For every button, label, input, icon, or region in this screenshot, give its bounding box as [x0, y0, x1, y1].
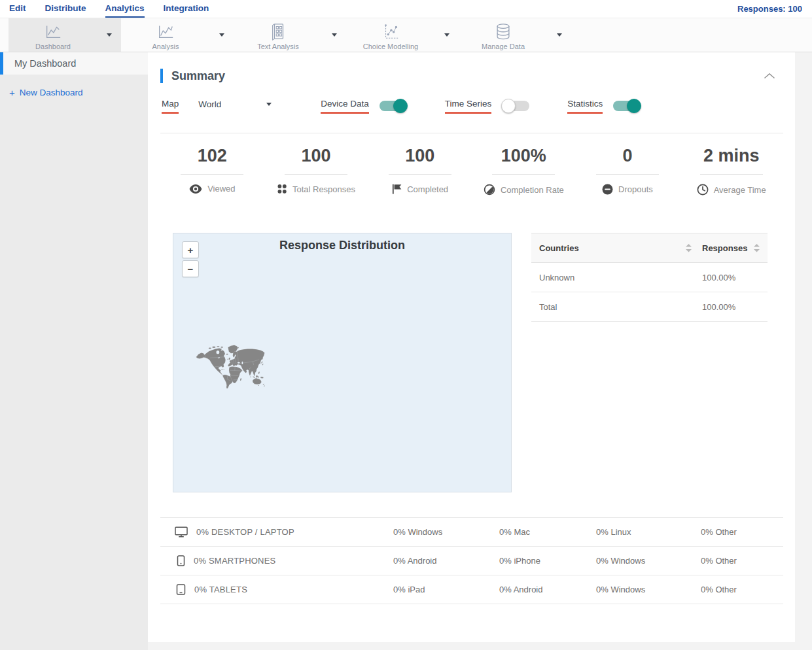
- sort-icon[interactable]: [754, 244, 760, 252]
- device-category-label: 0% DESKTOP / LAPTOP: [196, 527, 294, 537]
- country-name: Total: [539, 302, 702, 312]
- device-data-control: Device Data: [321, 99, 407, 114]
- document-grid-icon: [268, 22, 288, 41]
- stat-value: 100%: [472, 146, 576, 166]
- toolbar-label: Dashboard: [35, 43, 71, 50]
- nav-item-analytics[interactable]: Analytics: [105, 0, 145, 18]
- map-region-select[interactable]: World: [198, 99, 272, 109]
- stat-completed: 100 Completed: [368, 146, 472, 196]
- response-distribution-map[interactable]: Response Distribution + −: [173, 233, 512, 492]
- smartphone-icon: [175, 555, 185, 566]
- countries-table: Countries Responses: [531, 233, 768, 322]
- nav-item-integration[interactable]: Integration: [164, 0, 209, 18]
- manage-data-dropdown-button[interactable]: [548, 18, 571, 52]
- country-responses: 100.00%: [702, 302, 760, 312]
- statistics-control: Statistics: [567, 99, 641, 114]
- responses-count[interactable]: Responses: 100: [737, 4, 802, 14]
- new-dashboard-button[interactable]: + New Dashboard: [9, 88, 148, 97]
- time-series-label: Time Series: [445, 99, 492, 114]
- flag-icon: [391, 184, 402, 194]
- toolbar-item-text-analysis[interactable]: Text Analysis: [234, 18, 346, 52]
- dashboard-dropdown-button[interactable]: [97, 18, 121, 52]
- device-data-toggle[interactable]: [380, 101, 407, 111]
- section-accent-bar: [160, 69, 163, 83]
- device-data-label: Device Data: [321, 99, 369, 114]
- toolbar-label: Manage Data: [482, 43, 525, 50]
- stat-label: Completed: [407, 184, 448, 194]
- plus-icon: +: [9, 88, 15, 97]
- line-chart-icon: [156, 22, 175, 41]
- map-zoom-out-button[interactable]: −: [182, 260, 199, 277]
- table-row: Total 100.00%: [531, 292, 768, 322]
- device-stat: 0% Other: [701, 585, 783, 594]
- sort-icon[interactable]: [686, 244, 692, 252]
- caret-down-icon: [219, 33, 224, 37]
- nav-item-distribute[interactable]: Distribute: [45, 0, 86, 18]
- summary-controls: Map World Device Data Time Series Statis…: [160, 99, 783, 118]
- tablet-icon: [175, 584, 186, 595]
- choice-modelling-button[interactable]: Choice Modelling: [346, 18, 435, 52]
- device-category-label: 0% SMARTPHONES: [194, 556, 275, 566]
- eye-icon: [189, 184, 202, 194]
- divider: [492, 174, 555, 175]
- table-row-smartphones: 0% SMARTPHONES 0% Android 0% iPhone 0% W…: [160, 547, 783, 575]
- toolbar-item-dashboard[interactable]: Dashboard: [9, 18, 121, 52]
- map-zoom-in-button[interactable]: +: [182, 241, 199, 258]
- choice-modelling-dropdown-button[interactable]: [435, 18, 459, 52]
- stat-total-responses: 100 Total Responses: [264, 146, 368, 196]
- statistics-toggle[interactable]: [613, 101, 641, 111]
- chevron-up-icon: [764, 73, 775, 79]
- responses-column-header[interactable]: Responses: [702, 243, 760, 253]
- device-stat: 0% Mac: [499, 527, 596, 537]
- toolbar-label: Analysis: [152, 43, 179, 50]
- dashboard-button[interactable]: Dashboard: [9, 18, 97, 52]
- device-stat: 0% Linux: [596, 527, 701, 537]
- toolbar-item-manage-data[interactable]: Manage Data: [459, 18, 571, 52]
- stat-label: Total Responses: [292, 184, 355, 194]
- table-row: Unknown 100.00%: [531, 263, 768, 292]
- device-stat: 0% Other: [701, 556, 783, 566]
- analytics-toolbar: Dashboard Analysis Text Analysis Choice …: [0, 18, 812, 52]
- text-analysis-dropdown-button[interactable]: [323, 18, 346, 52]
- minus-circle-icon: [602, 184, 613, 195]
- new-dashboard-label: New Dashboard: [20, 88, 83, 97]
- world-map-image: [193, 233, 266, 492]
- countries-table-header: Countries Responses: [531, 233, 768, 263]
- divider: [389, 174, 451, 175]
- sidebar-item-label: My Dashboard: [14, 58, 76, 69]
- summary-header: Summary: [160, 52, 783, 83]
- time-series-control: Time Series: [445, 99, 530, 114]
- toggle-knob: [393, 99, 408, 113]
- map-label: Map: [162, 99, 179, 114]
- map-section: Response Distribution + −: [160, 233, 783, 492]
- analysis-button[interactable]: Analysis: [121, 18, 210, 52]
- stat-label: Viewed: [207, 184, 235, 194]
- device-stat: 0% Windows: [596, 585, 701, 594]
- device-stat: 0% Android: [393, 556, 499, 566]
- stat-value: 2 mins: [679, 146, 783, 166]
- line-chart-icon: [43, 22, 63, 41]
- device-stat: 0% Android: [499, 585, 596, 594]
- toggle-knob: [627, 99, 641, 113]
- collapse-section-button[interactable]: [764, 73, 775, 79]
- countries-column-header[interactable]: Countries: [539, 243, 702, 253]
- toolbar-label: Choice Modelling: [363, 43, 418, 50]
- country-name: Unknown: [539, 273, 702, 282]
- text-analysis-button[interactable]: Text Analysis: [234, 18, 323, 52]
- stat-value: 100: [264, 146, 368, 166]
- toolbar-item-analysis[interactable]: Analysis: [121, 18, 234, 52]
- manage-data-button[interactable]: Manage Data: [459, 18, 548, 52]
- caret-down-icon: [107, 33, 112, 37]
- toolbar-item-choice-modelling[interactable]: Choice Modelling: [346, 18, 459, 52]
- sidebar-item-my-dashboard[interactable]: My Dashboard: [0, 52, 148, 75]
- divider: [181, 174, 243, 175]
- time-series-toggle[interactable]: [502, 101, 529, 111]
- nav-item-edit[interactable]: Edit: [9, 0, 26, 18]
- stat-value: 0: [576, 146, 680, 166]
- device-stat: 0% Windows: [393, 527, 499, 537]
- toggle-knob: [501, 99, 516, 113]
- stat-value: 100: [368, 146, 472, 166]
- analysis-dropdown-button[interactable]: [210, 18, 234, 52]
- map-region-value: World: [198, 99, 221, 109]
- clock-icon: [697, 184, 709, 196]
